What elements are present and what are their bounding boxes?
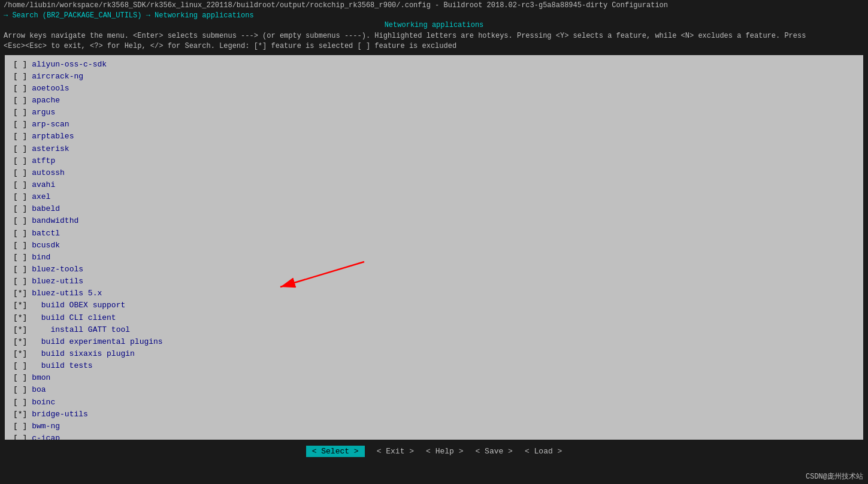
- list-item: [ ] apache: [13, 95, 861, 107]
- instruction-line-2: <Esc><Esc> to exit, <?> for Help, </> fo…: [4, 41, 864, 52]
- list-item: [*] bluez-utils 5.x: [13, 288, 861, 300]
- list-item: [ ] bmon: [13, 372, 861, 384]
- list-item: [ ] c-icap: [13, 432, 861, 440]
- instruction-line-1: Arrow keys navigate the menu. <Enter> se…: [4, 31, 864, 41]
- list-item: [ ] arp-scan: [13, 119, 861, 131]
- list-item: [ ] bcusdk: [13, 240, 861, 252]
- main-content: [ ] aliyun-oss-c-sdk[ ] aircrack-ng[ ] a…: [5, 55, 863, 440]
- list-item: [*] install GATT tool: [13, 324, 861, 336]
- help-button[interactable]: < Help >: [426, 447, 463, 456]
- list-item: [ ] babeld: [13, 203, 861, 215]
- list-item: [ ] bwm-ng: [13, 421, 861, 432]
- list-item: [ ] batctl: [13, 228, 861, 240]
- list-item: [*] bridge-utils: [13, 409, 861, 421]
- list-item: [ ] asterisk: [13, 143, 861, 155]
- list-item: [*] build experimental plugins: [13, 336, 861, 348]
- header-banner: Networking applications: [0, 20, 868, 30]
- item-list: [ ] aliyun-oss-c-sdk[ ] aircrack-ng[ ] a…: [7, 59, 861, 440]
- title-bar: /home/liubin/workspace/rk3568_SDK/rk356x…: [0, 0, 868, 11]
- list-item: [ ] aoetools: [13, 83, 861, 95]
- save-button[interactable]: < Save >: [476, 447, 513, 456]
- list-item: [ ] boinc: [13, 397, 861, 409]
- list-item: [*] build sixaxis plugin: [13, 348, 861, 360]
- list-item: [ ] argus: [13, 107, 861, 119]
- list-item: [ ] arptables: [13, 131, 861, 143]
- breadcrumb-bar: → Search (BR2_PACKAGE_CAN_UTILS) → Netwo…: [0, 11, 868, 20]
- bottom-bar: < Select > < Exit > < Help > < Save > < …: [0, 442, 868, 461]
- title-text: /home/liubin/workspace/rk3568_SDK/rk356x…: [4, 1, 668, 10]
- instruction-bar: Arrow keys navigate the menu. <Enter> se…: [0, 30, 868, 53]
- exit-button[interactable]: < Exit >: [377, 447, 414, 456]
- list-item: [ ] bluez-tools: [13, 264, 861, 276]
- list-item: [ ] aircrack-ng: [13, 71, 861, 83]
- list-item: [ ] aliyun-oss-c-sdk: [13, 59, 861, 71]
- list-item: [ ] autossh: [13, 167, 861, 179]
- watermark: CSDN@庞州技术站: [806, 471, 863, 482]
- list-item: [ ] build tests: [13, 360, 861, 372]
- list-item: [ ] axel: [13, 191, 861, 203]
- list-item: [ ] boa: [13, 384, 861, 396]
- list-item: [ ] bandwidthd: [13, 215, 861, 227]
- select-button[interactable]: < Select >: [306, 446, 365, 457]
- banner-text: Networking applications: [385, 21, 484, 29]
- list-item: [ ] bind: [13, 252, 861, 264]
- list-item: [ ] bluez-utils: [13, 276, 861, 288]
- list-item: [*] build CLI client: [13, 312, 861, 324]
- load-button[interactable]: < Load >: [525, 447, 562, 456]
- breadcrumb-text: → Search (BR2_PACKAGE_CAN_UTILS) → Netwo…: [4, 11, 254, 20]
- list-item: [*] build OBEX support: [13, 300, 861, 311]
- list-item: [ ] avahi: [13, 179, 861, 191]
- list-item: [ ] atftp: [13, 155, 861, 167]
